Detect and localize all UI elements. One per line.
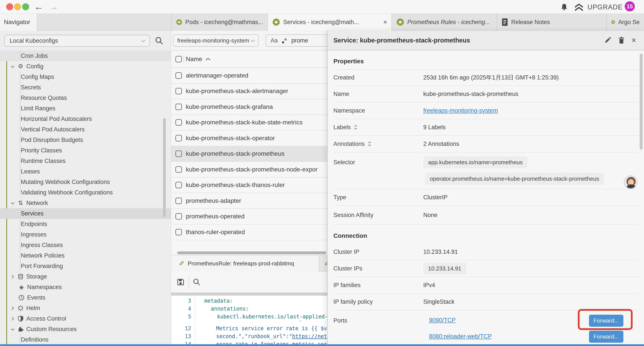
table-row[interactable]: kube-prometheus-stack-alertmanager: [171, 84, 327, 99]
expand-collapse-icon[interactable]: [354, 124, 358, 130]
tab-argo[interactable]: Argo Se: [607, 13, 644, 31]
port-link-9090[interactable]: 9090/TCP: [429, 317, 456, 324]
row-checkbox[interactable]: [175, 88, 182, 94]
chevron-right-icon[interactable]: [10, 307, 15, 310]
regex-toggle-icon[interactable]: *: [282, 37, 287, 43]
sidebar-group-config[interactable]: ⚙ Config: [0, 61, 171, 72]
runbook-url-link[interactable]: https://net: [292, 333, 327, 340]
chevron-right-icon[interactable]: [10, 318, 15, 320]
table-row[interactable]: prometheus-operated: [171, 209, 327, 225]
upgrade-button[interactable]: UPGRADE: [574, 3, 622, 12]
sidebar-scrollbar-thumb[interactable]: [163, 118, 166, 217]
save-icon[interactable]: [176, 278, 185, 286]
sidebar-item-limit-ranges[interactable]: Limit Ranges: [0, 103, 171, 114]
sidebar-item-port-forwarding[interactable]: Port Forwarding: [0, 261, 171, 271]
table-row[interactable]: kube-prometheus-stack-grafana: [171, 99, 327, 115]
tab-release-notes[interactable]: Release Notes: [497, 13, 607, 31]
row-checkbox[interactable]: [175, 135, 182, 141]
sidebar-item-network-policies[interactable]: Network Policies: [0, 250, 171, 261]
sidebar-item-services-selected[interactable]: Services: [0, 208, 171, 219]
expand-collapse-icon[interactable]: [367, 141, 372, 147]
match-case-toggle[interactable]: Aa: [270, 37, 278, 44]
editor-tab-prometheusrule[interactable]: ✎ PrometheusRule: freeleaps-prod-rabbitm…: [171, 255, 319, 272]
table-row[interactable]: alertmanager-operated: [171, 68, 327, 84]
delete-trash-icon[interactable]: [618, 36, 625, 44]
search-input[interactable]: Aa * prome: [266, 34, 327, 47]
sidebar-group-custom-resources[interactable]: Custom Resources: [0, 324, 171, 335]
sidebar-item-vertical-pod-autoscalers[interactable]: Vertical Pod Autoscalers: [0, 124, 171, 135]
sidebar-item-leases[interactable]: Leases: [0, 166, 171, 177]
select-all-checkbox[interactable]: [175, 56, 182, 62]
sidebar-item-ingresses[interactable]: Ingresses: [0, 229, 171, 240]
sidebar-item-secrets[interactable]: Secrets: [0, 82, 171, 93]
table-row-selected[interactable]: kube-prometheus-stack-prometheus: [171, 146, 327, 162]
table-row[interactable]: kube-prometheus-stack-prometheus-node-ex…: [171, 162, 327, 178]
namespace-link[interactable]: freeleaps-monitoring-system: [423, 107, 498, 114]
sidebar-search-icon[interactable]: [155, 36, 164, 45]
sidebar-item-horizontal-pod-autoscalers[interactable]: Horizontal Pod Autoscalers: [0, 114, 171, 124]
forward-arrow-icon[interactable]: →: [49, 1, 58, 13]
sidebar-item-priority-classes[interactable]: Priority Classes: [0, 145, 171, 156]
navigator-panel-tab[interactable]: Navigator: [0, 13, 36, 31]
sidebar-item-resource-quotas[interactable]: Resource Quotas: [0, 93, 171, 103]
sidebar-item-endpoints[interactable]: Endpoints: [0, 219, 171, 229]
sidebar-group-helm[interactable]: Helm: [0, 303, 171, 313]
row-checkbox[interactable]: [175, 72, 182, 79]
sidebar-item-ingress-classes[interactable]: Ingress Classes: [0, 240, 171, 250]
labels-count[interactable]: 9 Labels: [423, 124, 446, 131]
sidebar-item-runtime-classes[interactable]: Runtime Classes: [0, 156, 171, 166]
notifications-bell-icon[interactable]: [560, 3, 568, 11]
maximize-window-button[interactable]: [22, 3, 29, 10]
row-checkbox[interactable]: [175, 166, 182, 173]
edit-pencil-icon[interactable]: [604, 36, 611, 44]
editor-tab-partial[interactable]: ✎: [320, 255, 327, 272]
sidebar-group-access-control[interactable]: Access Control: [0, 313, 171, 324]
row-checkbox[interactable]: [175, 104, 182, 110]
name-column-header[interactable]: Name: [186, 56, 202, 63]
editor-search-icon[interactable]: [193, 278, 200, 286]
horizontal-scrollbar-thumb[interactable]: [177, 251, 326, 254]
tab-services-active[interactable]: Services - icecheng@math... ×: [268, 13, 392, 31]
row-checkbox[interactable]: [175, 150, 182, 157]
sidebar-group-storage[interactable]: Storage: [0, 271, 171, 282]
sidebar-item-mutating-webhook-configurations[interactable]: Mutating Webhook Configurations: [0, 177, 171, 187]
table-row[interactable]: kube-prometheus-stack-thanos-ruler: [171, 178, 327, 193]
notification-count-badge[interactable]: 15: [625, 1, 635, 11]
close-tab-icon[interactable]: ×: [383, 18, 387, 26]
table-row[interactable]: kube-prometheus-stack-operator: [171, 130, 327, 146]
close-panel-icon[interactable]: ×: [632, 36, 636, 44]
selector-chip[interactable]: app.kubernetes.io/name=prometheus: [423, 156, 528, 168]
row-checkbox[interactable]: [175, 213, 182, 220]
kubeconfig-selector[interactable]: Local Kubeconfigs: [4, 35, 150, 47]
chevron-down-icon[interactable]: [10, 329, 15, 330]
row-checkbox[interactable]: [175, 182, 182, 188]
sidebar-item-namespaces[interactable]: ◈ Namespaces: [0, 282, 171, 292]
sidebar-item-validating-webhook-configurations[interactable]: Validating Webhook Configurations: [0, 187, 171, 198]
details-scrollbar-thumb[interactable]: [640, 53, 643, 150]
sidebar-item-config-maps[interactable]: Config Maps: [0, 72, 171, 82]
table-row[interactable]: prometheus-adapter: [171, 193, 327, 209]
table-row[interactable]: kube-prometheus-stack-kube-state-metrics: [171, 115, 327, 131]
sidebar-item-events[interactable]: Events: [0, 292, 171, 303]
chevron-down-icon[interactable]: [10, 202, 15, 204]
close-window-button[interactable]: [6, 3, 13, 10]
chevron-right-icon[interactable]: [10, 276, 15, 278]
forward-button-8080[interactable]: Forward...: [589, 331, 624, 343]
yaml-editor[interactable]: 3metadata: 4annotations: 5kubectl.kubern…: [171, 296, 327, 346]
annotations-count[interactable]: 2 Annotations: [423, 141, 459, 147]
sidebar-item-cron-jobs[interactable]: Cron Jobs: [0, 50, 171, 61]
chevron-down-icon[interactable]: [10, 66, 15, 67]
row-checkbox[interactable]: [175, 229, 182, 235]
tab-prometheus-rules[interactable]: Prometheus Rules - icecheng...: [392, 13, 497, 31]
sidebar-item-definitions[interactable]: Definitions: [0, 335, 171, 345]
table-row[interactable]: thanos-ruler-operated: [171, 224, 327, 240]
selector-chip[interactable]: operator.prometheus.io/name=kube-prometh…: [425, 173, 604, 185]
sidebar-item-pod-disruption-budgets[interactable]: Pod Disruption Budgets: [0, 135, 171, 145]
namespace-filter-dropdown[interactable]: freeleaps-monitoring-system: [173, 34, 259, 47]
row-checkbox[interactable]: [175, 119, 182, 126]
back-arrow-icon[interactable]: ←: [34, 1, 44, 13]
user-avatar[interactable]: [624, 175, 638, 189]
minimize-window-button[interactable]: [14, 3, 21, 10]
row-checkbox[interactable]: [175, 198, 182, 204]
port-link-8080[interactable]: 8080:reloader-web/TCP: [429, 333, 492, 340]
